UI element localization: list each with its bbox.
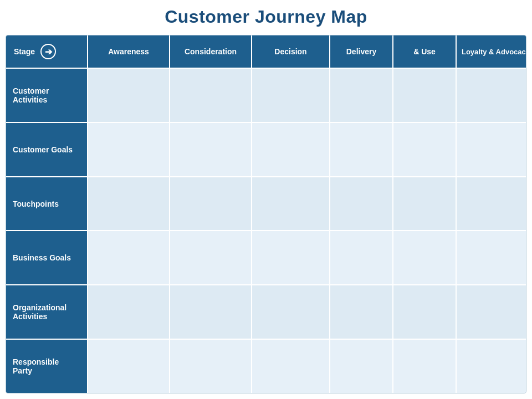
cell-activities-awareness[interactable] bbox=[88, 69, 170, 122]
cell-resp-consideration[interactable] bbox=[170, 340, 252, 393]
cell-org-decision[interactable] bbox=[252, 285, 330, 339]
page-wrapper: Customer Journey Map Stage ➔ Awareness C… bbox=[0, 0, 532, 399]
loyalty-label: Loyalty & Advocacy bbox=[462, 48, 526, 56]
table-row: Business Goals bbox=[6, 230, 526, 284]
cell-touch-consideration[interactable] bbox=[170, 177, 252, 231]
cell-org-delivery1[interactable] bbox=[330, 285, 393, 339]
cell-touch-delivery1[interactable] bbox=[330, 177, 393, 231]
cell-goals-delivery1[interactable] bbox=[330, 123, 393, 176]
table-row: Customer Goals bbox=[6, 122, 526, 176]
customer-activities-label: Customer Activities bbox=[6, 69, 88, 122]
page-title: Customer Journey Map bbox=[6, 7, 526, 27]
cell-resp-loyalty[interactable] bbox=[457, 340, 526, 393]
cell-biz-awareness[interactable] bbox=[88, 231, 170, 284]
stage-arrow-icon: ➔ bbox=[40, 44, 56, 59]
decision-label: Decision bbox=[274, 47, 306, 56]
cell-org-awareness[interactable] bbox=[88, 285, 170, 339]
cell-resp-delivery1[interactable] bbox=[330, 340, 393, 393]
cell-touch-loyalty[interactable] bbox=[457, 177, 526, 231]
responsible-party-label: Responsible Party bbox=[6, 340, 88, 393]
cell-activities-delivery1[interactable] bbox=[330, 69, 393, 122]
consideration-header: Consideration bbox=[170, 35, 252, 68]
delivery-label-2: & Use bbox=[413, 47, 436, 56]
table-row: Responsible Party bbox=[6, 339, 526, 393]
cell-biz-delivery1[interactable] bbox=[330, 231, 393, 284]
cell-biz-delivery2[interactable] bbox=[393, 231, 457, 284]
cell-org-loyalty[interactable] bbox=[457, 285, 526, 339]
cell-biz-loyalty[interactable] bbox=[457, 231, 526, 284]
business-goals-label: Business Goals bbox=[6, 231, 88, 284]
cell-activities-delivery2[interactable] bbox=[393, 69, 457, 122]
table-row: Customer Activities bbox=[6, 68, 526, 122]
cell-resp-delivery2[interactable] bbox=[393, 340, 457, 393]
cell-touch-awareness[interactable] bbox=[88, 177, 170, 231]
table-header: Stage ➔ Awareness Consideration Decision… bbox=[6, 35, 526, 68]
customer-goals-label: Customer Goals bbox=[6, 123, 88, 176]
table-row: Touchpoints bbox=[6, 176, 526, 231]
cell-activities-loyalty[interactable] bbox=[457, 69, 526, 122]
table-body: Customer Activities Customer Goals bbox=[6, 68, 526, 393]
cell-resp-decision[interactable] bbox=[252, 340, 330, 393]
loyalty-header: Loyalty & Advocacy bbox=[457, 35, 526, 68]
cell-activities-decision[interactable] bbox=[252, 69, 330, 122]
cell-biz-decision[interactable] bbox=[252, 231, 330, 284]
cell-touch-decision[interactable] bbox=[252, 177, 330, 231]
cell-activities-consideration[interactable] bbox=[170, 69, 252, 122]
cell-goals-loyalty[interactable] bbox=[457, 123, 526, 176]
touchpoints-label: Touchpoints bbox=[6, 177, 88, 231]
consideration-label: Consideration bbox=[185, 47, 237, 56]
cell-goals-awareness[interactable] bbox=[88, 123, 170, 176]
awareness-header: Awareness bbox=[88, 35, 170, 68]
cell-goals-consideration[interactable] bbox=[170, 123, 252, 176]
org-activities-label: Organizational Activities bbox=[6, 285, 88, 339]
delivery-header-2: & Use bbox=[393, 35, 457, 68]
cell-touch-delivery2[interactable] bbox=[393, 177, 457, 231]
cell-resp-awareness[interactable] bbox=[88, 340, 170, 393]
awareness-label: Awareness bbox=[108, 47, 149, 56]
delivery-header-1: Delivery bbox=[330, 35, 393, 68]
delivery-label-1: Delivery bbox=[346, 47, 376, 56]
cell-org-consideration[interactable] bbox=[170, 285, 252, 339]
cell-goals-delivery2[interactable] bbox=[393, 123, 457, 176]
stage-label: Stage bbox=[14, 47, 35, 56]
table-row: Organizational Activities bbox=[6, 284, 526, 339]
stage-header: Stage ➔ bbox=[6, 35, 88, 68]
decision-header: Decision bbox=[252, 35, 330, 68]
cell-org-delivery2[interactable] bbox=[393, 285, 457, 339]
cell-goals-decision[interactable] bbox=[252, 123, 330, 176]
cell-biz-consideration[interactable] bbox=[170, 231, 252, 284]
journey-map-table: Stage ➔ Awareness Consideration Decision… bbox=[6, 35, 526, 393]
